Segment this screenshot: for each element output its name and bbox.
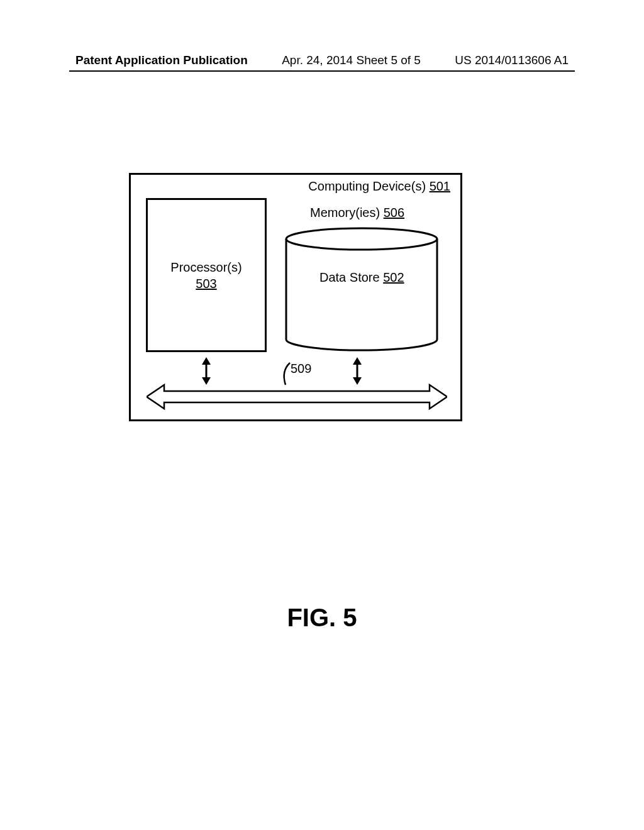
figure-caption: FIG. 5	[0, 604, 644, 632]
svg-marker-4	[202, 357, 211, 365]
bus-arrow-container	[147, 357, 447, 411]
memory-label-ref: 506	[384, 206, 404, 219]
header-divider	[69, 70, 575, 72]
memory-label-text: Memory(ies)	[310, 206, 380, 219]
processor-box: Processor(s) 503	[146, 198, 267, 352]
computing-device-label: Computing Device(s) 501	[308, 179, 450, 194]
svg-marker-8	[353, 377, 362, 385]
datastore-label: Data Store 502	[319, 270, 404, 285]
page-header: Patent Application Publication Apr. 24, …	[0, 53, 644, 67]
processor-label: Processor(s) 503	[170, 259, 242, 292]
processor-label-text: Processor(s)	[170, 260, 242, 274]
memory-label: Memory(ies) 506	[310, 206, 404, 220]
processor-label-ref: 503	[196, 277, 216, 290]
datastore-label-ref: 502	[383, 270, 404, 284]
device-label-text: Computing Device(s)	[308, 179, 426, 193]
svg-marker-5	[202, 377, 211, 385]
publication-number: US 2014/0113606 A1	[455, 53, 569, 67]
publication-label: Patent Application Publication	[75, 53, 248, 67]
svg-point-0	[286, 228, 437, 250]
datastore-cylinder	[284, 226, 440, 352]
date-sheet: Apr. 24, 2014 Sheet 5 of 5	[282, 53, 421, 67]
datastore-label-text: Data Store	[319, 270, 380, 284]
diagram-container: Computing Device(s) 501 Processor(s) 503…	[129, 173, 462, 421]
device-label-ref: 501	[430, 179, 450, 193]
svg-marker-7	[353, 357, 362, 365]
